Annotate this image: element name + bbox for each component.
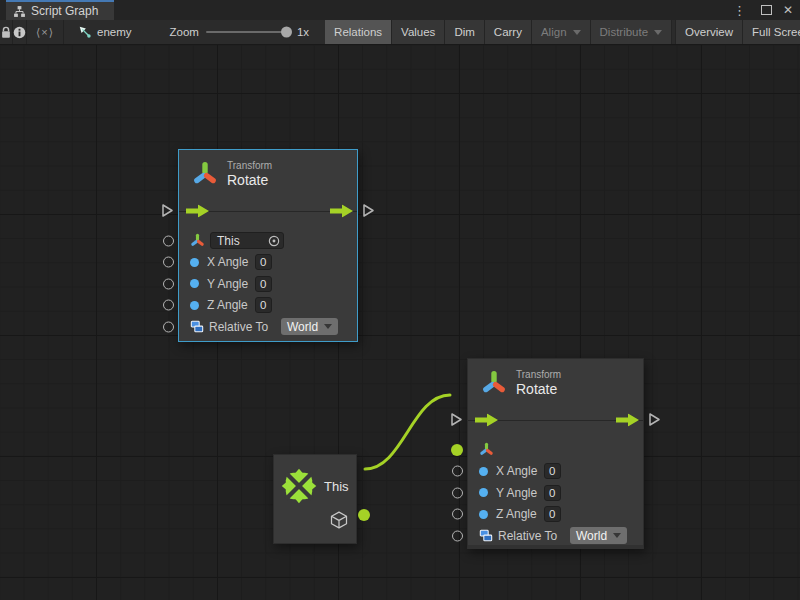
float-type-icon (479, 488, 488, 497)
flow-in-arrow-icon (186, 205, 209, 218)
z-angle-field[interactable]: 0 (544, 506, 561, 522)
dim-button[interactable]: Dim (445, 20, 484, 44)
node-header: This (274, 455, 356, 504)
node-title: Rotate (227, 172, 272, 188)
fullscreen-button[interactable]: Full Screen (743, 20, 800, 44)
node-title: This (324, 479, 349, 494)
float-type-icon (190, 279, 199, 288)
node-category: Transform (227, 160, 272, 172)
flow-ports-row (179, 196, 357, 226)
flow-output-port[interactable] (363, 204, 375, 218)
value-input-port[interactable] (452, 466, 463, 477)
float-type-icon (190, 301, 199, 310)
target-row: This (179, 230, 357, 252)
chevron-down-icon (324, 324, 332, 329)
info-icon (13, 26, 26, 39)
lock-button[interactable] (0, 20, 13, 44)
float-type-icon (190, 258, 199, 267)
node-rotate-selected[interactable]: Transform Rotate This (178, 149, 358, 342)
info-button[interactable] (13, 20, 27, 44)
graph-reference[interactable]: enemy (64, 20, 142, 44)
z-angle-row: Z Angle 0 (179, 295, 357, 317)
target-object-field[interactable]: This (210, 232, 284, 249)
enum-type-icon (479, 529, 493, 543)
z-angle-row: Z Angle 0 (468, 504, 643, 526)
graph-toolbar: ⟨×⟩ enemy Zoom 1x Relations Values Dim C… (0, 20, 800, 45)
object-picker-icon[interactable] (268, 235, 280, 247)
node-this[interactable]: This (273, 454, 357, 544)
gameobject-cube-icon (329, 510, 349, 530)
value-input-port[interactable] (163, 300, 174, 311)
flow-input-port[interactable] (162, 204, 174, 218)
z-angle-field[interactable]: 0 (255, 297, 272, 313)
distribute-dropdown[interactable]: Distribute (591, 20, 673, 44)
tab-script-graph[interactable]: Script Graph (6, 0, 114, 20)
node-category: Transform (516, 369, 561, 381)
zoom-control: Zoom 1x (142, 20, 320, 44)
transform-icon (192, 161, 218, 187)
values-button[interactable]: Values (392, 20, 445, 44)
carry-button[interactable]: Carry (485, 20, 532, 44)
code-view-button[interactable]: ⟨×⟩ (27, 20, 64, 44)
flow-output-port[interactable] (649, 413, 661, 427)
script-graph-asset-icon (78, 25, 92, 39)
tab-title: Script Graph (31, 4, 98, 18)
x-angle-field[interactable]: 0 (255, 254, 272, 270)
value-input-port[interactable] (163, 278, 174, 289)
this-self-icon (281, 468, 317, 504)
y-angle-field[interactable]: 0 (544, 485, 561, 501)
graph-icon (13, 5, 26, 18)
lock-icon (0, 26, 12, 39)
x-angle-row: X Angle 0 (468, 461, 643, 483)
value-input-port[interactable] (452, 530, 463, 541)
value-input-port[interactable] (452, 509, 463, 520)
value-input-port[interactable] (452, 487, 463, 498)
x-angle-row: X Angle 0 (179, 252, 357, 274)
relative-to-dropdown[interactable]: World (570, 527, 627, 544)
chevron-down-icon (573, 30, 581, 35)
flow-out-arrow-icon (330, 205, 353, 218)
zoom-slider[interactable] (206, 31, 290, 33)
float-type-icon (479, 510, 488, 519)
connected-input-port[interactable] (451, 444, 463, 456)
graph-name: enemy (97, 26, 132, 38)
window-tab-bar: Script Graph ⋮ ✕ (0, 0, 800, 20)
zoom-value: 1x (297, 26, 309, 38)
align-dropdown[interactable]: Align (532, 20, 591, 44)
flow-input-port[interactable] (451, 413, 463, 427)
relative-to-dropdown[interactable]: World (281, 318, 338, 335)
relative-to-row: Relative To World (179, 316, 357, 338)
zoom-slider-handle[interactable] (281, 27, 292, 38)
enum-type-icon (190, 320, 204, 334)
flow-in-arrow-icon (475, 414, 498, 427)
y-angle-field[interactable]: 0 (255, 276, 272, 292)
value-input-port[interactable] (163, 235, 174, 246)
flow-ports-row (468, 405, 643, 435)
toolbar-buttons: Relations Values Dim Carry Align Distrib… (325, 20, 800, 44)
window-close-icon[interactable]: ✕ (783, 0, 793, 20)
chevron-down-icon (613, 533, 621, 538)
connection-wire (0, 45, 800, 600)
transform-icon (481, 370, 507, 396)
chevron-down-icon (654, 30, 662, 35)
x-angle-field[interactable]: 0 (544, 463, 561, 479)
y-angle-row: Y Angle 0 (468, 482, 643, 504)
node-header: Transform Rotate (179, 150, 357, 196)
relative-to-row: Relative To World (468, 525, 643, 547)
window-maximize-icon[interactable] (761, 0, 772, 20)
value-input-port[interactable] (163, 257, 174, 268)
node-header: Transform Rotate (468, 359, 643, 405)
flow-out-arrow-icon (616, 414, 639, 427)
transform-icon (190, 233, 205, 248)
value-input-port[interactable] (163, 321, 174, 332)
y-angle-row: Y Angle 0 (179, 273, 357, 295)
overview-button[interactable]: Overview (676, 20, 743, 44)
relations-button[interactable]: Relations (325, 20, 392, 44)
node-rotate-connected[interactable]: Transform Rotate X Angle 0 (467, 358, 644, 549)
target-row-connected (468, 439, 643, 461)
window-menu-icon[interactable]: ⋮ (733, 0, 746, 20)
this-output-port[interactable] (358, 509, 370, 521)
graph-canvas[interactable]: Transform Rotate This (0, 45, 800, 600)
transform-icon (479, 442, 494, 457)
zoom-label: Zoom (170, 26, 199, 38)
